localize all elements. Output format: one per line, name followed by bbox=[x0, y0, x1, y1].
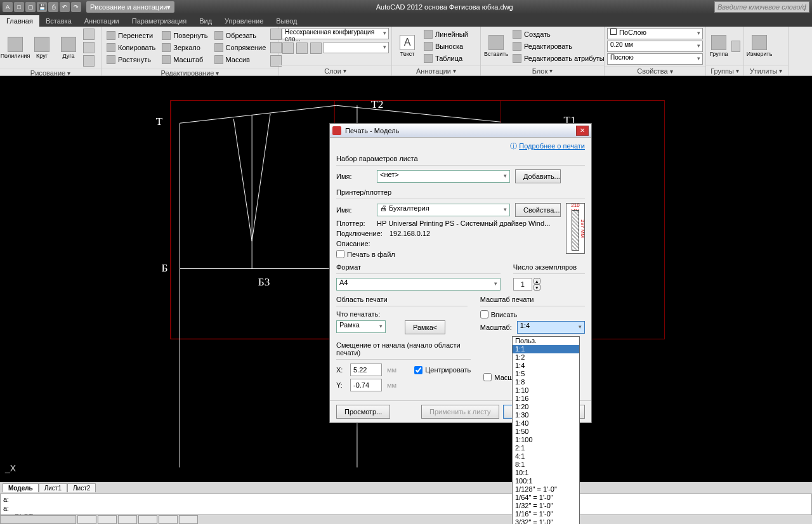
scale-option[interactable]: 1:4 bbox=[513, 362, 579, 370]
polyline-button[interactable]: Полилиния bbox=[3, 36, 28, 60]
y-offset-input[interactable] bbox=[350, 379, 382, 391]
scale-option[interactable]: 1:40 bbox=[513, 419, 579, 428]
scale-option[interactable]: 1:10 bbox=[513, 386, 579, 395]
copy-button[interactable]: Копировать bbox=[104, 42, 158, 53]
status-toggle[interactable] bbox=[98, 515, 117, 524]
tab-home[interactable]: Главная bbox=[0, 15, 39, 27]
block-create-button[interactable]: Создать bbox=[510, 29, 607, 40]
scale-option[interactable]: 4:1 bbox=[513, 452, 579, 461]
status-toggle[interactable] bbox=[179, 515, 198, 524]
scale-option[interactable]: 1:1 bbox=[513, 345, 579, 353]
linear-dim-button[interactable]: Линейный bbox=[421, 29, 471, 40]
scale-option[interactable]: 10:1 bbox=[513, 469, 579, 477]
scale-button[interactable]: Масштаб bbox=[159, 54, 210, 65]
block-edit-button[interactable]: Редактировать bbox=[510, 41, 607, 52]
printer-combo[interactable]: 🖨 Бухгалтерия bbox=[377, 204, 510, 216]
status-toggle[interactable] bbox=[159, 515, 178, 524]
move-button[interactable]: Перенести bbox=[104, 30, 158, 41]
tab-annotate[interactable]: Аннотации bbox=[78, 15, 126, 27]
plot-area-combo[interactable]: Рамка bbox=[336, 320, 386, 333]
undo-icon[interactable]: ↶ bbox=[60, 2, 70, 12]
plot-to-file-checkbox[interactable]: Печать в файл bbox=[336, 250, 561, 258]
printer-props-button[interactable]: Свойства... bbox=[515, 203, 561, 217]
circle-button[interactable]: Круг bbox=[29, 36, 55, 60]
save-icon[interactable]: 💾 bbox=[37, 2, 47, 12]
copies-down-button[interactable]: ▼ bbox=[534, 284, 540, 291]
page-setup-combo[interactable]: <нет> bbox=[377, 170, 510, 183]
layout1-tab[interactable]: Лист1 bbox=[39, 483, 67, 492]
scale-option[interactable]: 1:30 bbox=[513, 411, 579, 419]
mirror-button[interactable]: Зеркало bbox=[159, 42, 210, 53]
x-offset-input[interactable] bbox=[350, 364, 382, 376]
new-icon[interactable]: □ bbox=[14, 2, 24, 12]
help-link[interactable]: Подробнее о печати bbox=[519, 142, 585, 150]
stretch-button[interactable]: Растянуть bbox=[104, 54, 158, 65]
color-combo[interactable]: ПоСлою bbox=[607, 28, 703, 39]
rotate-button[interactable]: Повернуть bbox=[159, 30, 210, 41]
arc-button[interactable]: Дуга bbox=[56, 36, 81, 60]
window-button[interactable]: Рамка< bbox=[405, 320, 445, 334]
scale-combo[interactable]: 1:4 bbox=[517, 321, 585, 334]
scale-option[interactable]: 1:50 bbox=[513, 428, 579, 436]
group-button[interactable]: Группа bbox=[709, 34, 730, 58]
layer-icon[interactable] bbox=[282, 43, 294, 54]
leader-button[interactable]: Выноска bbox=[421, 41, 471, 52]
scale-dropdown-list[interactable]: Польз.1:11:21:41:51:81:101:161:201:301:4… bbox=[512, 336, 580, 524]
scale-option[interactable]: 1:2 bbox=[513, 353, 579, 362]
layout2-tab[interactable]: Лист2 bbox=[67, 483, 96, 492]
scale-option[interactable]: 3/32" = 1'-0" bbox=[513, 518, 579, 524]
scale-option[interactable]: 1/128" = 1'-0" bbox=[513, 485, 579, 494]
close-icon[interactable]: ✕ bbox=[576, 126, 589, 136]
scale-option[interactable]: 1:16 bbox=[513, 395, 579, 403]
fillet-button[interactable]: Сопряжение bbox=[212, 42, 269, 53]
group-tool-icon[interactable] bbox=[731, 41, 740, 52]
scale-option[interactable]: 1:8 bbox=[513, 378, 579, 386]
tab-parametric[interactable]: Параметризация bbox=[126, 15, 193, 27]
measure-button[interactable]: Измерить bbox=[747, 34, 772, 58]
status-toggle[interactable] bbox=[77, 515, 96, 524]
copies-up-button[interactable]: ▲ bbox=[534, 278, 540, 284]
scale-option[interactable]: 1/16" = 1'-0" bbox=[513, 510, 579, 518]
dialog-title-bar[interactable]: Печать - Модель ✕ bbox=[330, 124, 591, 138]
draw-tool-icon[interactable] bbox=[83, 55, 95, 67]
model-tab[interactable]: Модель bbox=[3, 483, 39, 492]
scale-option[interactable]: 8:1 bbox=[513, 461, 579, 469]
center-checkbox[interactable]: Центрировать bbox=[414, 366, 471, 374]
tab-view[interactable]: Вид bbox=[193, 15, 218, 27]
copies-input[interactable] bbox=[513, 278, 532, 291]
help-search-input[interactable] bbox=[714, 1, 809, 13]
preview-button[interactable]: Просмотр... bbox=[336, 405, 390, 419]
scale-option[interactable]: 1:100 bbox=[513, 436, 579, 444]
lineweight-combo[interactable]: 0.20 мм bbox=[607, 41, 703, 52]
array-button[interactable]: Массив bbox=[212, 54, 269, 65]
tab-insert[interactable]: Вставка bbox=[39, 15, 78, 27]
scale-option[interactable]: 1/32" = 1'-0" bbox=[513, 502, 579, 510]
scale-option[interactable]: 2:1 bbox=[513, 444, 579, 452]
redo-icon[interactable]: ↷ bbox=[71, 2, 81, 12]
scale-option[interactable]: 1/64" = 1'-0" bbox=[513, 494, 579, 502]
layer-icon[interactable] bbox=[310, 43, 322, 54]
layer-icon[interactable] bbox=[296, 43, 308, 54]
print-icon[interactable]: ⎙ bbox=[48, 2, 58, 12]
command-line[interactable]: а: а: а: _PLOT bbox=[0, 494, 812, 515]
scale-option[interactable]: Польз. bbox=[513, 337, 579, 345]
draw-tool-icon[interactable] bbox=[83, 42, 95, 53]
add-page-setup-button[interactable]: Добавить... bbox=[515, 169, 561, 183]
status-toggle[interactable] bbox=[118, 515, 137, 524]
app-menu-icon[interactable]: A bbox=[3, 2, 13, 12]
workspace-selector[interactable]: Рисование и аннотации ▾ bbox=[86, 1, 174, 13]
scale-option[interactable]: 1:20 bbox=[513, 403, 579, 411]
tab-output[interactable]: Вывод bbox=[270, 15, 303, 27]
paper-format-combo[interactable]: A4 bbox=[336, 278, 501, 291]
draw-tool-icon[interactable] bbox=[83, 29, 95, 40]
trim-button[interactable]: Обрезать bbox=[212, 30, 269, 41]
layer-state-combo[interactable]: Несохраненная конфигурация сло... bbox=[282, 28, 389, 39]
tab-manage[interactable]: Управление bbox=[218, 15, 270, 27]
open-icon[interactable]: ▢ bbox=[25, 2, 36, 12]
block-attrib-button[interactable]: Редактировать атрибуты bbox=[510, 53, 607, 64]
insert-block-button[interactable]: Вставить bbox=[483, 34, 509, 58]
table-button[interactable]: Таблица bbox=[421, 53, 471, 64]
fit-checkbox[interactable]: Вписать bbox=[480, 310, 585, 318]
scale-option[interactable]: 1:5 bbox=[513, 370, 579, 378]
status-toggle[interactable] bbox=[138, 515, 157, 524]
